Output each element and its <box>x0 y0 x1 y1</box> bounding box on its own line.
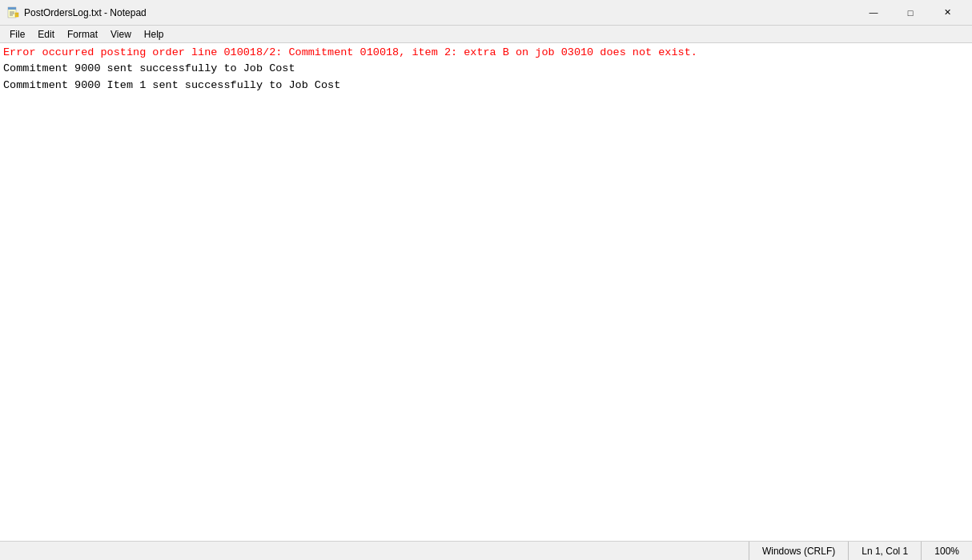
svg-rect-1 <box>8 7 16 10</box>
editor-line-0: Error occurred posting order line 010018… <box>3 46 697 58</box>
notepad-app-icon <box>6 6 19 19</box>
maximize-icon: □ <box>908 8 914 18</box>
menu-file[interactable]: File <box>3 27 31 42</box>
editor-line-2: Commitment 9000 Item 1 sent successfully… <box>3 79 340 91</box>
svg-rect-5 <box>15 13 18 17</box>
status-zoom: 100% <box>922 542 972 560</box>
menu-edit[interactable]: Edit <box>31 27 61 42</box>
editor-area[interactable]: Error occurred posting order line 010018… <box>0 43 972 541</box>
status-position: Ln 1, Col 1 <box>849 542 922 560</box>
title-bar: PostOrdersLog.txt - Notepad ― □ ✕ <box>0 0 972 26</box>
minimize-button[interactable]: ― <box>855 0 892 26</box>
menu-view[interactable]: View <box>104 27 138 42</box>
menu-help[interactable]: Help <box>138 27 171 42</box>
title-bar-left: PostOrdersLog.txt - Notepad <box>6 6 147 19</box>
minimize-icon: ― <box>870 8 878 17</box>
close-button[interactable]: ✕ <box>929 0 966 26</box>
menu-format[interactable]: Format <box>61 27 104 42</box>
status-empty <box>0 542 749 560</box>
maximize-button[interactable]: □ <box>892 0 929 26</box>
status-encoding: Windows (CRLF) <box>749 542 849 560</box>
editor-content[interactable]: Error occurred posting order line 010018… <box>3 45 969 539</box>
editor-line-1: Commitment 9000 sent successfully to Job… <box>3 62 295 74</box>
window-controls: ― □ ✕ <box>855 0 966 26</box>
close-icon: ✕ <box>944 7 951 18</box>
status-bar: Windows (CRLF) Ln 1, Col 1 100% <box>0 541 972 560</box>
menu-bar: File Edit Format View Help <box>0 26 972 43</box>
window-title: PostOrdersLog.txt - Notepad <box>24 7 147 18</box>
